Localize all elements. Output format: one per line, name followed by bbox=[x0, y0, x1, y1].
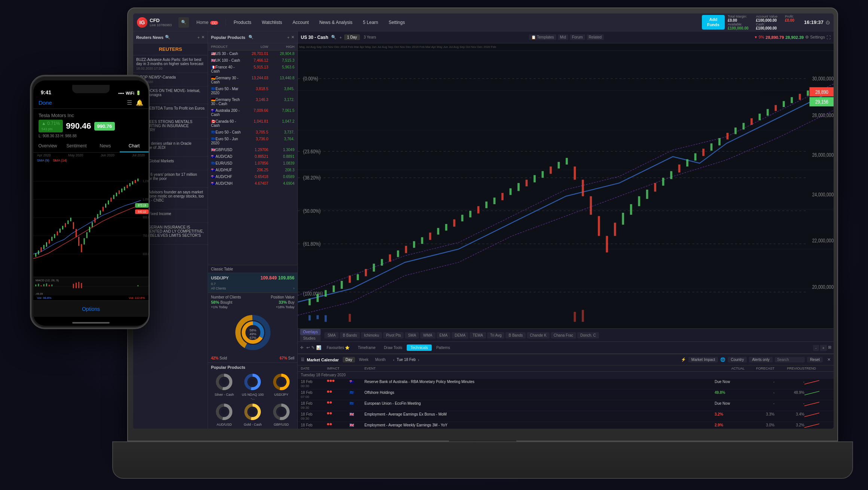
overlay-indicator-btn[interactable]: Tri Avg bbox=[487, 332, 505, 339]
popular-product-item[interactable]: Silver - Cash bbox=[211, 373, 237, 400]
phone-tab-overview[interactable]: Overview bbox=[33, 140, 62, 152]
phone-alarm-icon[interactable]: 🔔 bbox=[136, 99, 143, 106]
tech-minus-btn[interactable]: - bbox=[813, 345, 819, 351]
reuters-add-icon[interactable]: + bbox=[198, 35, 200, 40]
tech-plus-btn[interactable]: + bbox=[820, 345, 827, 351]
country-filter[interactable]: Country bbox=[728, 357, 747, 362]
popular-product-item[interactable]: USD/JPY bbox=[268, 373, 294, 400]
product-row[interactable]: 🇨🇦Canada 60 - Cash1,041.811,047.2 bbox=[208, 118, 297, 129]
phone-chart-area[interactable]: 973.19 840.10 1,150.00 1,050.00 900.00 7… bbox=[33, 163, 149, 277]
tech-expand-icon[interactable]: ⊞ bbox=[828, 345, 831, 351]
pen-icon[interactable]: ✎ bbox=[311, 345, 315, 350]
calendar-menu-icon[interactable]: ☰ bbox=[301, 357, 305, 362]
alerts-only-filter[interactable]: Alerts only bbox=[749, 357, 773, 362]
overlay-indicator-btn[interactable]: Pivot Pts bbox=[383, 332, 404, 339]
table-row[interactable]: 18 Feb09:30 🇬🇧 Employment - Average Week… bbox=[298, 422, 834, 429]
phone-options-button[interactable]: Options bbox=[82, 306, 100, 312]
calendar-close-icon[interactable]: ✕ bbox=[827, 357, 831, 362]
related-btn[interactable]: Related bbox=[587, 34, 604, 40]
chart-maximize-icon[interactable]: ⛶ bbox=[826, 35, 831, 40]
technicals-tab[interactable]: Technicals bbox=[407, 344, 432, 351]
tf-1day[interactable]: 1 Day bbox=[344, 34, 360, 40]
product-row[interactable]: 🇦🇺AUD/CNH4.674074.6904 bbox=[208, 180, 297, 187]
product-row[interactable]: 🇦🇺Australia 200 - Cash7,009.667,061.5 bbox=[208, 107, 297, 118]
favourites-tab[interactable]: Favourites ⭐ bbox=[323, 344, 353, 351]
patterns-tab[interactable]: Patterns bbox=[433, 344, 454, 351]
overlay-indicator-btn[interactable]: Ichimoku bbox=[361, 332, 382, 339]
power-icon[interactable]: ⏻ bbox=[826, 20, 830, 25]
search-button[interactable]: 🔍 bbox=[178, 17, 189, 28]
table-row[interactable]: 18 Feb00:30 🇦🇺 Reserve Bank of Australia… bbox=[298, 379, 834, 389]
timeframe-tab[interactable]: Timeframe bbox=[354, 344, 379, 351]
product-row[interactable]: 🇪🇺Euro 50 - Cash3,705.53,737. bbox=[208, 129, 297, 136]
studies-tab[interactable]: Studies bbox=[300, 335, 321, 342]
mid-btn[interactable]: Mid bbox=[558, 34, 568, 40]
product-row[interactable]: 🇦🇺AUD/HUF206.25208.3 bbox=[208, 167, 297, 174]
templates-btn[interactable]: 📋 Templates bbox=[529, 34, 556, 40]
popular-product-item[interactable]: US NDAQ 100 -... bbox=[239, 373, 266, 400]
nav-settings[interactable]: Settings bbox=[384, 18, 409, 27]
chart-search-icon[interactable]: 🔍 bbox=[331, 35, 336, 40]
chart-add-icon[interactable]: + bbox=[339, 35, 342, 40]
table-row[interactable]: 18 Feb09:30 🇬🇧 Employment - Average Earn… bbox=[298, 411, 834, 422]
products-add-icon[interactable]: + bbox=[287, 35, 290, 40]
draw-tools-tab[interactable]: Draw Tools bbox=[380, 344, 406, 351]
cursor-icon[interactable]: ✛ bbox=[300, 345, 303, 350]
product-row[interactable]: 🇫🇷France 40 - Cash5,915.135,963.6 bbox=[208, 64, 297, 75]
overlay-indicator-btn[interactable]: B Bands bbox=[505, 332, 526, 339]
overlay-indicator-btn[interactable]: SMA bbox=[324, 332, 339, 339]
chart-canvas[interactable]: (0.00%) (23.60%) (38.20%) (50.00%) (61.8… bbox=[298, 51, 834, 328]
nav-products[interactable]: Products bbox=[229, 18, 256, 27]
phone-done-button[interactable]: Done bbox=[39, 99, 52, 106]
product-row[interactable]: 🇬🇧UK 100 - Cash7,466.127,515.3 bbox=[208, 57, 297, 64]
cal-week-tab[interactable]: Week bbox=[356, 357, 371, 362]
overlay-indicator-btn[interactable]: B Bands bbox=[340, 332, 360, 339]
product-row[interactable]: 🇺🇸US 30 - Cash28,701.0128,904.8 bbox=[208, 50, 297, 57]
cal-day-tab[interactable]: Day bbox=[343, 357, 355, 362]
nav-account[interactable]: Account bbox=[288, 18, 313, 27]
popular-product-item[interactable]: AUD/USD bbox=[211, 402, 237, 426]
all-clients-label[interactable]: All Clients bbox=[211, 287, 226, 290]
chart-type-icon[interactable]: 📊 bbox=[316, 345, 321, 350]
overlays-tab[interactable]: Overlays bbox=[300, 329, 321, 335]
overlay-indicator-btn[interactable]: DEMA bbox=[452, 332, 468, 339]
reuters-close-icon[interactable]: ✕ bbox=[201, 35, 205, 40]
product-row[interactable]: 🇩🇪Germany Tech 30 - Cash3,146.33,172. bbox=[208, 97, 297, 107]
product-row[interactable]: 🇪🇺Euro 50 - Jun 20203,736.03,764. bbox=[208, 136, 297, 147]
reuters-search-icon[interactable]: 🔍 bbox=[165, 35, 170, 40]
next-arrow-icon[interactable]: › bbox=[293, 287, 294, 290]
table-row[interactable]: 18 Feb07:00 🇪🇺 Offshore Holdings 49.8% -… bbox=[298, 389, 834, 400]
nav-news[interactable]: News & Analysis bbox=[315, 18, 357, 27]
cal-prev-btn[interactable]: ‹ bbox=[393, 358, 395, 362]
product-row[interactable]: 🇪🇺EUR/USD1.078561.0839 bbox=[208, 160, 297, 167]
popular-product-item[interactable]: GBP/USD bbox=[268, 402, 294, 426]
overlay-indicator-btn[interactable]: TEMA bbox=[470, 332, 486, 339]
overlay-indicator-btn[interactable]: Chana Frac bbox=[551, 332, 576, 339]
tf-3years[interactable]: 3 Years bbox=[361, 34, 379, 40]
market-impact-filter[interactable]: Market Impact bbox=[688, 357, 718, 362]
news-list-item[interactable]: BUZZ-Advance Auto Parts: Set for best da… bbox=[133, 55, 208, 73]
forum-btn[interactable]: Forum bbox=[570, 34, 585, 40]
phone-tab-news[interactable]: News bbox=[91, 140, 120, 152]
line-icon[interactable]: ↩ bbox=[306, 345, 310, 350]
product-row[interactable]: 🇩🇪Germany 30 - Cash13,244.0313,440.8 bbox=[208, 75, 297, 86]
overlay-indicator-btn[interactable]: EMA bbox=[437, 332, 451, 339]
cal-next-btn[interactable]: › bbox=[418, 358, 419, 362]
chart-settings-btn[interactable]: ⚙ Settings bbox=[805, 35, 825, 40]
cal-month-tab[interactable]: Month bbox=[372, 357, 389, 362]
phone-list-icon[interactable]: ☰ bbox=[127, 99, 132, 106]
reset-btn[interactable]: Reset bbox=[807, 357, 823, 362]
overlay-indicator-btn[interactable]: Chande K bbox=[527, 332, 549, 339]
phone-tab-chart[interactable]: Chart bbox=[120, 140, 149, 152]
nav-learn[interactable]: 5 Learn bbox=[358, 18, 383, 27]
nav-watchlists[interactable]: Watchlists bbox=[257, 18, 287, 27]
product-row[interactable]: 🇦🇺AUD/CHF0.654180.6589 bbox=[208, 174, 297, 180]
add-funds-button[interactable]: Add Funds bbox=[702, 15, 725, 29]
popular-product-item[interactable]: Gold - Cash bbox=[239, 402, 266, 426]
product-row[interactable]: 🇬🇧GBP/USD1.297061.3049 bbox=[208, 147, 297, 153]
products-search-icon[interactable]: 🔍 bbox=[248, 35, 254, 40]
phone-tab-sentiment[interactable]: Sentiment bbox=[62, 140, 91, 152]
overlay-indicator-btn[interactable]: SMA bbox=[405, 332, 419, 339]
table-row[interactable]: 18 Feb09:30 🇪🇺 European Union - EcoFin M… bbox=[298, 400, 834, 411]
overlay-indicator-btn[interactable]: Donch. C bbox=[577, 332, 599, 339]
